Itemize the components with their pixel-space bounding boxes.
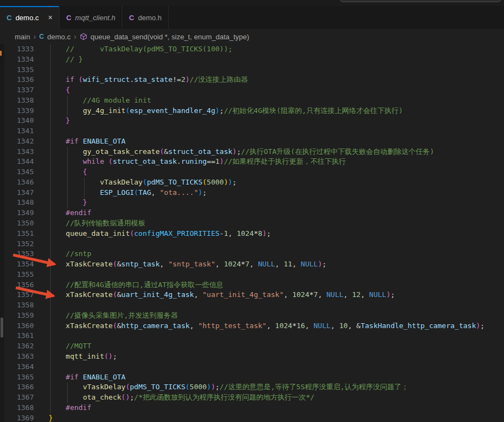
code-line[interactable]: 1335 xyxy=(0,65,504,75)
code-text: // } xyxy=(49,55,83,65)
line-number[interactable]: 1342 xyxy=(0,136,34,147)
line-number[interactable]: 1366 xyxy=(0,382,34,393)
code-line[interactable]: 1334 // } xyxy=(0,55,504,65)
line-number[interactable]: 1340 xyxy=(0,116,34,126)
line-number[interactable]: 1365 xyxy=(0,372,34,383)
chevron-right-icon: › xyxy=(33,32,36,41)
code-line[interactable]: 1353 //sntp xyxy=(0,249,504,259)
code-line[interactable]: 1363 mqtt_init(); xyxy=(0,352,504,362)
line-number[interactable]: 1333 xyxy=(0,44,34,55)
code-text: #if ENABLE_OTA xyxy=(49,372,126,383)
code-line[interactable]: 1345 { xyxy=(0,167,504,177)
line-number[interactable]: 1364 xyxy=(0,362,34,372)
code-lines[interactable]: 1333 // vTaskDelay(pdMS_TO_TICKS(100));1… xyxy=(0,44,504,422)
line-number[interactable]: 1362 xyxy=(0,341,34,352)
code-text: // vTaskDelay(pdMS_TO_TICKS(100)); xyxy=(49,44,233,55)
code-text: //配置和4G通信的串口,通过AT指令获取一些信息 xyxy=(49,280,223,290)
line-number[interactable]: 1349 xyxy=(0,208,34,218)
breadcrumb-item-file[interactable]: demo.c xyxy=(48,33,71,41)
line-number[interactable]: 1352 xyxy=(0,239,34,249)
breadcrumb-item-main[interactable]: main xyxy=(15,33,30,41)
line-number[interactable]: 1334 xyxy=(0,55,34,65)
code-line[interactable]: 1359 //摄像头采集图片,并发送到服务器 xyxy=(0,311,504,321)
line-number[interactable]: 1357 xyxy=(0,290,34,300)
line-number[interactable]: 1368 xyxy=(0,403,34,413)
code-line[interactable]: 1342 #if ENABLE_OTA xyxy=(0,136,504,147)
tab-demo-c[interactable]: C demo.c × xyxy=(0,6,60,29)
line-number[interactable]: 1354 xyxy=(0,259,34,270)
tab-mqtt-client-h[interactable]: C mqtt_client.h xyxy=(60,6,122,29)
code-line[interactable]: 1343 gy_ota_task_create(&struct_ota_task… xyxy=(0,147,504,157)
line-number[interactable]: 1348 xyxy=(0,198,34,208)
line-number[interactable]: 1355 xyxy=(0,270,34,280)
code-editor[interactable]: 1333 // vTaskDelay(pdMS_TO_TICKS(100));1… xyxy=(0,44,504,422)
code-line[interactable]: 1346 vTaskDelay(pdMS_TO_TICKS(5000)); xyxy=(0,177,504,188)
code-line[interactable]: 1369} xyxy=(0,413,504,422)
line-number[interactable]: 1359 xyxy=(0,311,34,321)
code-line[interactable]: 1367 ota_check();/*把此函数放到认为程序执行没有问题的地方执行… xyxy=(0,393,504,403)
code-line[interactable]: 1368 #endif xyxy=(0,403,504,413)
line-number[interactable]: 1337 xyxy=(0,85,34,96)
line-number[interactable]: 1343 xyxy=(0,147,34,157)
line-number[interactable]: 1344 xyxy=(0,157,34,167)
code-line[interactable]: 1336 if (wifi_struct.sta_state!=2)//没连接上… xyxy=(0,75,504,85)
line-number[interactable]: 1336 xyxy=(0,75,34,85)
code-line[interactable]: 1365 #if ENABLE_OTA xyxy=(0,372,504,383)
line-number[interactable]: 1353 xyxy=(0,249,34,259)
code-line[interactable]: 1339 gy_4g_init(esp_event_handler_4g);//… xyxy=(0,106,504,116)
line-number[interactable]: 1341 xyxy=(0,126,34,136)
command-center-searchbox[interactable] xyxy=(340,0,501,2)
code-text: xTaskCreate(&sntp_task, "sntp_task", 102… xyxy=(49,259,327,270)
code-text: if (wifi_struct.sta_state!=2)//没连接上路由器 xyxy=(49,75,248,85)
tab-label: demo.c xyxy=(15,14,39,22)
line-number[interactable]: 1361 xyxy=(0,331,34,341)
breadcrumb-item-symbol[interactable]: queue_data_send(void *, size_t, enum_dat… xyxy=(91,33,250,41)
code-line[interactable]: 1366 vTaskDelay(pdMS_TO_TICKS(5000));//这… xyxy=(0,382,504,393)
code-line[interactable]: 1348 } xyxy=(0,198,504,208)
code-line[interactable]: 1341 xyxy=(0,126,504,136)
code-text: //摄像头采集图片,并发送到服务器 xyxy=(49,311,178,321)
line-number[interactable]: 1367 xyxy=(0,393,34,403)
code-text: ESP_LOGI(TAG, "ota...."); xyxy=(49,188,207,198)
line-number[interactable]: 1335 xyxy=(0,65,34,75)
code-line[interactable]: 1364 xyxy=(0,362,504,372)
code-line[interactable]: 1349 #endif xyxy=(0,208,504,218)
code-text: #if ENABLE_OTA xyxy=(49,136,126,147)
code-line[interactable]: 1352 xyxy=(0,239,504,249)
code-line[interactable]: 1361 xyxy=(0,331,504,341)
code-line[interactable]: 1351 queue_data_init(configMAX_PRIORITIE… xyxy=(0,229,504,239)
tab-demo-h[interactable]: C demo.h xyxy=(122,6,169,29)
code-line[interactable]: 1355 xyxy=(0,270,504,280)
code-line[interactable]: 1337 { xyxy=(0,85,504,96)
line-number[interactable]: 1356 xyxy=(0,280,34,290)
line-number[interactable]: 1351 xyxy=(0,229,34,239)
line-number[interactable]: 1350 xyxy=(0,218,34,229)
code-line[interactable]: 1354 xTaskCreate(&sntp_task, "sntp_task"… xyxy=(0,259,504,270)
line-number[interactable]: 1339 xyxy=(0,106,34,116)
close-icon[interactable]: × xyxy=(48,14,52,21)
code-line[interactable]: 1362 //MQTT xyxy=(0,341,504,352)
c-file-icon: C xyxy=(7,14,11,22)
line-number[interactable]: 1369 xyxy=(0,413,34,422)
code-line[interactable]: 1347 ESP_LOGI(TAG, "ota...."); xyxy=(0,188,504,198)
line-number[interactable]: 1360 xyxy=(0,321,34,331)
code-line[interactable]: 1350 //队列传输数据通用模板 xyxy=(0,218,504,229)
code-line[interactable]: 1338 //4G module init xyxy=(0,96,504,106)
code-text: mqtt_init(); xyxy=(49,352,117,362)
code-line[interactable]: 1357 xTaskCreate(&uart_init_4g_task, "ua… xyxy=(0,290,504,300)
c-file-icon: C xyxy=(39,33,44,40)
code-line[interactable]: 1344 while (struct_ota_task.runing==1)//… xyxy=(0,157,504,167)
code-line[interactable]: 1360 xTaskCreate(&http_camera_task, "htt… xyxy=(0,321,504,331)
line-number[interactable]: 1345 xyxy=(0,167,34,177)
line-number[interactable]: 1347 xyxy=(0,188,34,198)
code-line[interactable]: 1356 //配置和4G通信的串口,通过AT指令获取一些信息 xyxy=(0,280,504,290)
line-number[interactable]: 1358 xyxy=(0,300,34,311)
line-number[interactable]: 1363 xyxy=(0,352,34,362)
code-line[interactable]: 1358 xyxy=(0,300,504,311)
code-text: while (struct_ota_task.runing==1)//如果程序处… xyxy=(49,157,346,167)
line-number[interactable]: 1338 xyxy=(0,96,34,106)
line-number[interactable]: 1346 xyxy=(0,177,34,188)
code-text: //MQTT xyxy=(49,341,91,352)
code-line[interactable]: 1340 } xyxy=(0,116,504,126)
code-line[interactable]: 1333 // vTaskDelay(pdMS_TO_TICKS(100)); xyxy=(0,44,504,55)
